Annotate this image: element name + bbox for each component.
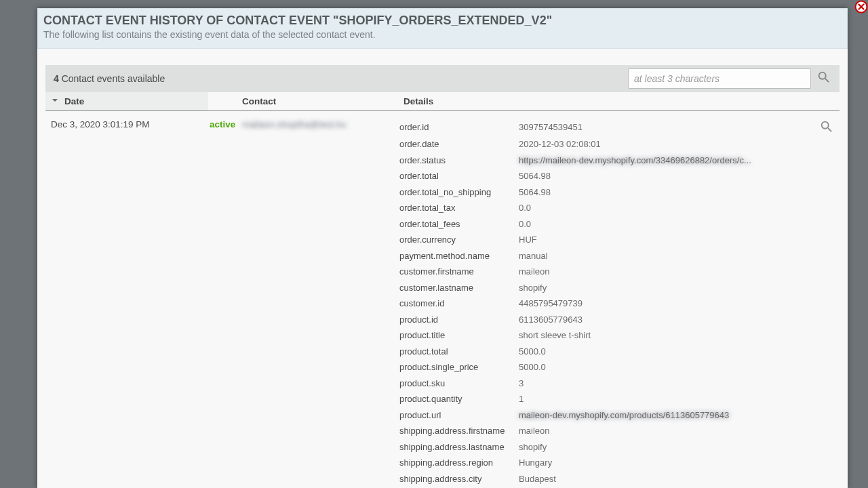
table-header: Date Contact Details	[45, 92, 840, 111]
detail-value: 5000.0	[519, 344, 807, 360]
detail-value: 5064.98	[519, 184, 807, 201]
row-contact: active mailaon.shopifra@test.hu	[210, 119, 399, 129]
detail-key: product.url	[399, 407, 519, 424]
detail-value: 4485795479739	[519, 296, 807, 312]
col-header-contact[interactable]: Contact	[208, 92, 398, 110]
detail-key: product.id	[399, 312, 519, 328]
detail-value: maileon-dev.myshopify.com/products/61136…	[519, 407, 807, 424]
detail-value: 3097574539451	[519, 119, 807, 136]
detail-value: 0.0	[519, 216, 807, 232]
detail-value: 3	[519, 375, 807, 392]
col-header-date[interactable]: Date	[45, 92, 208, 110]
detail-value: maileon	[519, 423, 807, 439]
detail-key: product.title	[399, 327, 519, 344]
detail-key: customer.lastname	[399, 280, 519, 296]
detail-value: HUF	[519, 232, 807, 248]
detail-value: shopify	[519, 280, 807, 296]
col-header-date-label: Date	[64, 96, 84, 106]
detail-key: customer.firstname	[399, 264, 519, 280]
contact-email: mailaon.shopifra@test.hu	[242, 119, 346, 129]
status-badge: active	[210, 119, 235, 129]
count-number: 4	[54, 73, 59, 84]
search-input[interactable]	[628, 68, 811, 89]
detail-key: shipping.address.firstname	[399, 423, 519, 439]
detail-value: maileon	[519, 264, 807, 280]
detail-key: order.total_tax	[399, 200, 519, 216]
detail-value: short sleeve t-shirt	[519, 327, 807, 344]
detail-value: 6113605779643	[519, 312, 807, 328]
col-header-details[interactable]: Details	[398, 92, 840, 110]
modal-title: CONTACT EVENT HISTORY OF CONTACT EVENT "…	[43, 13, 842, 28]
search-icon[interactable]	[816, 70, 831, 87]
toolbar: 4 Contact events available	[45, 65, 840, 92]
detail-value: shopify	[519, 439, 807, 455]
detail-key: customer.id	[399, 296, 519, 312]
modal-contact-event-history: CONTACT EVENT HISTORY OF CONTACT EVENT "…	[37, 8, 848, 488]
detail-key: order.total_fees	[399, 216, 519, 232]
table-row: Dec 3, 2020 3:01:19 PM active mailaon.sh…	[45, 111, 840, 488]
close-button[interactable]	[854, 0, 868, 14]
detail-value: 1	[519, 391, 807, 407]
detail-key: order.currency	[399, 232, 519, 248]
detail-key: payment.method.name	[399, 248, 519, 264]
detail-key: order.total	[399, 168, 519, 184]
count-label: 4 Contact events available	[54, 73, 165, 84]
detail-value: 5000.0	[519, 359, 807, 375]
detail-value: https://maileon-dev.myshopify.com/334696…	[519, 152, 807, 169]
row-details: order.id3097574539451order.date2020-12-0…	[399, 119, 834, 488]
detail-key: shipping.address.lastname	[399, 439, 519, 455]
modal-subtitle: The following list contains the existing…	[43, 28, 842, 41]
detail-key: product.single_price	[399, 359, 519, 375]
view-row-button[interactable]	[807, 119, 834, 136]
detail-value: manual	[519, 248, 807, 264]
detail-value: 0.0	[519, 200, 807, 216]
detail-key: order.date	[399, 136, 519, 152]
detail-key: order.status	[399, 152, 519, 169]
detail-key: order.total_no_shipping	[399, 184, 519, 201]
detail-value: Hungary	[519, 455, 807, 471]
row-date: Dec 3, 2020 3:01:19 PM	[51, 119, 210, 129]
chevron-down-icon	[51, 96, 59, 106]
detail-key: product.total	[399, 344, 519, 360]
detail-value: 5064.98	[519, 168, 807, 184]
detail-key: product.quantity	[399, 391, 519, 407]
modal-header: CONTACT EVENT HISTORY OF CONTACT EVENT "…	[37, 8, 848, 49]
detail-key: product.sku	[399, 375, 519, 392]
detail-value: Budapest	[519, 471, 807, 487]
detail-key: order.id	[399, 119, 519, 136]
count-suffix: Contact events available	[59, 73, 165, 84]
detail-value: 2020-12-03 02:08:01	[519, 136, 807, 152]
detail-key: shipping.address.city	[399, 471, 519, 487]
detail-key: shipping.address.region	[399, 455, 519, 471]
